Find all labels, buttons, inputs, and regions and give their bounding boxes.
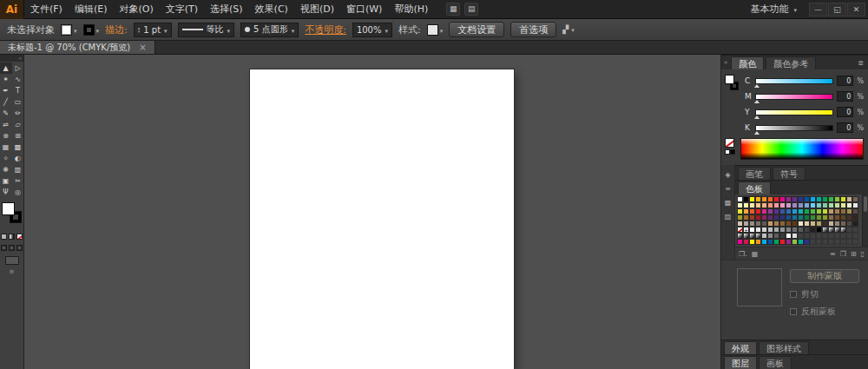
lasso-tool[interactable]: ∿	[12, 74, 24, 85]
swatch[interactable]	[798, 214, 804, 221]
artboard[interactable]	[250, 69, 514, 369]
swatch[interactable]	[773, 233, 779, 239]
bridge-icon[interactable]: ▦	[446, 3, 460, 16]
none-color-swatch[interactable]	[725, 138, 734, 148]
tab-appearance[interactable]: 外观	[724, 341, 757, 354]
menu-item-effect[interactable]: 效果(C)	[249, 0, 294, 18]
swatch[interactable]	[798, 208, 804, 214]
swatch[interactable]	[779, 221, 786, 227]
stroke-panel-link[interactable]: 描边:	[105, 23, 128, 36]
swatch[interactable]	[761, 227, 767, 233]
screen-mode-button[interactable]	[5, 256, 19, 265]
gradient-swatch[interactable]	[749, 233, 755, 239]
draw-behind-button[interactable]	[9, 245, 15, 251]
selection-tool[interactable]: ▲	[0, 63, 12, 74]
gradient-swatch[interactable]	[828, 227, 834, 233]
swatch[interactable]	[798, 196, 804, 202]
draw-normal-button[interactable]	[1, 245, 7, 251]
close-button[interactable]: ✕	[847, 3, 865, 16]
swatch[interactable]	[767, 196, 773, 202]
document-setup-button[interactable]: 文档设置	[449, 22, 504, 37]
y-value-field[interactable]: 0	[837, 107, 853, 117]
swatch[interactable]	[767, 208, 773, 214]
swatch[interactable]	[816, 214, 822, 221]
gradient-tool[interactable]: ▩	[12, 142, 24, 153]
swatch[interactable]	[767, 233, 773, 239]
swatch[interactable]	[767, 221, 773, 227]
menu-item-file[interactable]: 文件(F)	[24, 0, 69, 18]
swatch[interactable]	[755, 208, 761, 214]
gradient-swatch[interactable]	[755, 233, 761, 239]
swatch[interactable]	[761, 239, 767, 245]
type-tool[interactable]: T	[12, 85, 24, 96]
swatch[interactable]	[846, 202, 852, 208]
eyedropper-tool[interactable]: ✧	[0, 153, 12, 164]
swatch[interactable]	[755, 214, 761, 221]
swatch[interactable]	[755, 227, 761, 233]
perspective-grid-tool[interactable]: ⊞	[12, 130, 24, 142]
swatch[interactable]	[834, 214, 840, 221]
width-profile-dropdown[interactable]: 等比	[178, 23, 235, 37]
delete-swatch-icon[interactable]: ▯	[861, 250, 865, 258]
swatch[interactable]	[792, 202, 798, 208]
m-value-field[interactable]: 0	[837, 91, 853, 102]
collapse-dock-icon[interactable]: «	[724, 59, 727, 66]
artboard-tool[interactable]: ▣	[0, 175, 12, 187]
swatch[interactable]	[743, 202, 749, 208]
fill-proxy-swatch[interactable]	[2, 202, 15, 215]
swatch[interactable]	[846, 221, 852, 227]
swatch[interactable]	[773, 196, 779, 202]
swatch[interactable]	[761, 221, 767, 227]
stepper-icon[interactable]	[138, 26, 141, 34]
swatch[interactable]	[834, 196, 840, 202]
tab-brushes[interactable]: 画笔	[738, 167, 771, 180]
swatch[interactable]	[737, 196, 743, 202]
direct-selection-tool[interactable]: ▷	[12, 63, 24, 74]
swatch[interactable]	[761, 208, 767, 214]
swatch[interactable]	[749, 208, 755, 214]
swatch[interactable]	[749, 239, 755, 245]
tab-layers[interactable]: 图层	[724, 356, 757, 369]
swatch[interactable]	[792, 208, 798, 214]
swatch[interactable]	[779, 239, 786, 245]
swatch[interactable]	[779, 196, 786, 202]
zoom-tool[interactable]: ◎	[12, 187, 24, 198]
swatch[interactable]	[798, 239, 804, 245]
registration-swatch[interactable]	[743, 227, 749, 233]
swatch[interactable]	[743, 214, 749, 221]
swatch[interactable]	[737, 208, 743, 214]
swatch[interactable]	[749, 221, 755, 227]
tab-swatches[interactable]: 色板	[738, 181, 771, 194]
free-transform-tool[interactable]: ▱	[12, 119, 24, 130]
swatch[interactable]	[786, 202, 792, 208]
workspace-switcher[interactable]: 基本功能	[750, 3, 788, 16]
swatch[interactable]	[840, 221, 846, 227]
swatch[interactable]	[779, 208, 786, 214]
swatch[interactable]	[773, 221, 779, 227]
tab-graphic-styles[interactable]: 图形样式	[759, 341, 809, 354]
swatch[interactable]	[816, 208, 822, 214]
swatch[interactable]	[773, 239, 779, 245]
swatch[interactable]	[773, 202, 779, 208]
swatch[interactable]	[749, 196, 755, 202]
swatch[interactable]	[773, 227, 779, 233]
new-color-group-icon[interactable]: ❐	[840, 250, 846, 258]
arrange-documents-icon[interactable]: ▤	[464, 3, 478, 16]
swatch[interactable]	[852, 221, 858, 227]
scrollbar-thumb[interactable]	[864, 196, 867, 212]
swatch[interactable]	[804, 221, 810, 227]
swatch[interactable]	[737, 202, 743, 208]
swatch[interactable]	[786, 239, 792, 245]
menu-item-select[interactable]: 选择(S)	[204, 0, 249, 18]
invert-mask-checkbox[interactable]	[790, 308, 797, 315]
menu-item-type[interactable]: 文字(T)	[160, 0, 204, 18]
paintbrush-tool[interactable]: ✎	[0, 108, 12, 119]
gradient-swatch[interactable]	[840, 227, 846, 233]
swatch[interactable]	[749, 202, 755, 208]
swatch[interactable]	[767, 214, 773, 221]
color-panel-menu-icon[interactable]: ≣	[858, 59, 865, 67]
swatch[interactable]	[737, 239, 743, 245]
swatch[interactable]	[798, 221, 804, 227]
swatch[interactable]	[792, 239, 798, 245]
gradient-swatch[interactable]	[834, 227, 840, 233]
